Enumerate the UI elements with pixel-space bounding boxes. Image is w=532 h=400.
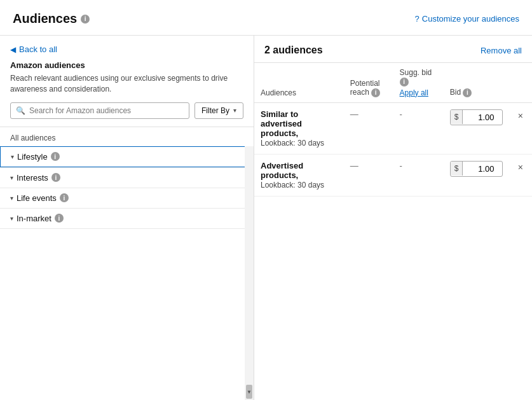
audience-list-container: ▾ Lifestyle i ▾ Interests i bbox=[0, 146, 254, 400]
category-interests-label: Interests bbox=[17, 173, 48, 183]
chevron-interests-icon: ▾ bbox=[10, 174, 13, 181]
category-row-interests[interactable]: ▾ Interests i bbox=[0, 168, 254, 188]
search-box[interactable]: 🔍 bbox=[10, 102, 189, 119]
remove-cell: × bbox=[509, 154, 532, 196]
potential-reach-cell: — bbox=[344, 102, 393, 154]
reach-info-icon[interactable]: i bbox=[371, 88, 380, 97]
apply-all-link[interactable]: Apply all bbox=[400, 88, 428, 97]
audience-name-cell: Advertised products, Lookback: 30 days bbox=[254, 154, 344, 196]
search-input[interactable] bbox=[29, 106, 184, 115]
search-icon: 🔍 bbox=[16, 106, 25, 115]
remove-row-button[interactable]: × bbox=[515, 109, 526, 122]
search-filter-row: 🔍 Filter By ▾ bbox=[10, 102, 243, 119]
audience-lookback: Lookback: 30 days bbox=[261, 181, 324, 190]
audience-lookback: Lookback: 30 days bbox=[261, 139, 324, 148]
category-lifestyle-label: Lifestyle bbox=[17, 152, 48, 162]
customize-label: Customize your audiences bbox=[422, 14, 519, 24]
category-life-events-label: Life events bbox=[17, 193, 57, 203]
bid-input-wrapper[interactable]: $ bbox=[450, 109, 503, 125]
scrollbar: ▼ bbox=[245, 146, 254, 400]
category-in-market: ▾ In-market i bbox=[0, 209, 254, 229]
bid-input[interactable] bbox=[463, 110, 498, 125]
audience-list-header: All audiences bbox=[0, 127, 254, 146]
amazon-audiences-title: Amazon audiences bbox=[10, 60, 243, 70]
table-body: Similar to advertised products, Lookback… bbox=[254, 102, 532, 196]
audience-name-cell: Similar to advertised products, Lookback… bbox=[254, 102, 344, 154]
remove-cell: × bbox=[509, 102, 532, 154]
audience-name: Advertised products, bbox=[261, 161, 303, 180]
page-title: Audiences i bbox=[13, 11, 90, 26]
title-text: Audiences bbox=[13, 11, 77, 26]
filter-by-button[interactable]: Filter By ▾ bbox=[194, 102, 243, 119]
left-panel: ◀ Back to all Amazon audiences Reach rel… bbox=[0, 36, 254, 400]
sugg-bid-cell: - bbox=[393, 154, 444, 196]
potential-reach-cell: — bbox=[344, 154, 393, 196]
title-info-icon[interactable]: i bbox=[81, 15, 90, 24]
back-label: Back to all bbox=[19, 45, 57, 54]
th-bid: Bid i bbox=[444, 63, 509, 102]
audience-name: Similar to advertised products, bbox=[261, 109, 302, 138]
in-market-info-icon[interactable]: i bbox=[55, 214, 64, 223]
chevron-lifestyle-icon: ▾ bbox=[11, 153, 14, 160]
category-lifestyle: ▾ Lifestyle i bbox=[0, 146, 254, 168]
interests-info-icon[interactable]: i bbox=[51, 173, 60, 182]
bid-currency: $ bbox=[451, 110, 463, 124]
table-header-row: Audiences Potential reach i Sugg. bid i bbox=[254, 63, 532, 102]
table-row: Similar to advertised products, Lookback… bbox=[254, 102, 532, 154]
question-icon: ? bbox=[415, 14, 419, 24]
sugg-bid-cell: - bbox=[393, 102, 444, 154]
sugg-bid-info-icon[interactable]: i bbox=[400, 78, 409, 86]
category-row-life-events[interactable]: ▾ Life events i bbox=[0, 188, 254, 208]
bid-cell: $ bbox=[444, 102, 509, 154]
category-row-lifestyle[interactable]: ▾ Lifestyle i bbox=[0, 146, 254, 167]
bid-input[interactable] bbox=[463, 162, 498, 176]
back-arrow-icon: ◀ bbox=[10, 45, 16, 54]
filter-label: Filter By bbox=[201, 106, 229, 115]
bid-input-wrapper[interactable]: $ bbox=[450, 161, 503, 177]
th-potential-reach: Potential reach i bbox=[344, 63, 393, 102]
amazon-audiences-section: Amazon audiences Reach relevant audience… bbox=[0, 60, 254, 127]
category-row-in-market[interactable]: ▾ In-market i bbox=[0, 209, 254, 228]
back-to-all-link[interactable]: ◀ Back to all bbox=[0, 36, 254, 60]
scroll-down-button[interactable]: ▼ bbox=[246, 385, 252, 399]
audiences-table: Audiences Potential reach i Sugg. bid i bbox=[254, 63, 532, 197]
bid-info-icon[interactable]: i bbox=[463, 88, 472, 97]
lifestyle-info-icon[interactable]: i bbox=[51, 152, 60, 161]
life-events-info-icon[interactable]: i bbox=[60, 193, 69, 202]
table-row: Advertised products, Lookback: 30 days —… bbox=[254, 154, 532, 196]
filter-chevron-icon: ▾ bbox=[233, 107, 236, 114]
chevron-life-events-icon: ▾ bbox=[10, 195, 13, 202]
category-life-events: ▾ Life events i bbox=[0, 188, 254, 209]
bid-currency: $ bbox=[451, 162, 463, 176]
page-header: Audiences i ? Customize your audiences bbox=[0, 0, 532, 36]
bid-cell: $ bbox=[444, 154, 509, 196]
main-content: ◀ Back to all Amazon audiences Reach rel… bbox=[0, 36, 532, 400]
th-audiences: Audiences bbox=[254, 63, 344, 102]
amazon-audiences-desc: Reach relevant audiences using our exclu… bbox=[10, 73, 243, 95]
right-panel-header: 2 audiences Remove all bbox=[254, 36, 532, 63]
right-panel: 2 audiences Remove all Audiences Potenti… bbox=[254, 36, 532, 400]
customize-audiences-link[interactable]: ? Customize your audiences bbox=[415, 14, 519, 24]
audiences-count: 2 audiences bbox=[264, 45, 323, 56]
th-remove bbox=[509, 63, 532, 102]
category-interests: ▾ Interests i bbox=[0, 168, 254, 188]
th-sugg-bid: Sugg. bid i Apply all bbox=[393, 63, 444, 102]
chevron-in-market-icon: ▾ bbox=[10, 215, 13, 222]
remove-all-link[interactable]: Remove all bbox=[481, 46, 522, 55]
category-in-market-label: In-market bbox=[17, 214, 51, 223]
remove-row-button[interactable]: × bbox=[515, 161, 526, 174]
